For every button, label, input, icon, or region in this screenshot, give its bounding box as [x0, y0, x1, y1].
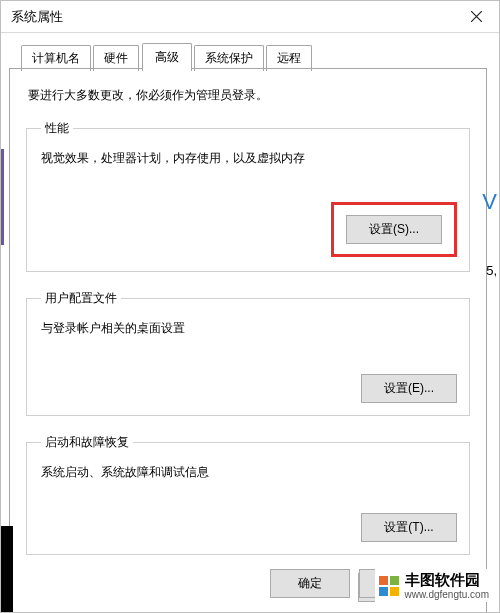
highlight-annotation: 设置(S)...	[331, 202, 457, 257]
group-startup-recovery-legend: 启动和故障恢复	[41, 434, 133, 451]
tab-hardware[interactable]: 硬件	[93, 45, 139, 71]
tab-computer-name[interactable]: 计算机名	[21, 45, 91, 71]
background-fragment: 5,	[486, 263, 497, 278]
watermark-url: www.dgfengtu.com	[405, 590, 490, 600]
performance-desc: 视觉效果，处理器计划，内存使用，以及虚拟内存	[41, 149, 457, 168]
user-profiles-desc: 与登录帐户相关的桌面设置	[41, 319, 457, 338]
watermark-name: 丰图软件园	[405, 571, 480, 588]
tab-strip: 计算机名 硬件 高级 系统保护 远程	[5, 43, 487, 69]
tab-advanced[interactable]: 高级	[142, 43, 192, 71]
group-performance-legend: 性能	[41, 120, 73, 137]
group-startup-recovery: 启动和故障恢复 系统启动、系统故障和调试信息 设置(T)...	[26, 434, 470, 554]
performance-settings-button[interactable]: 设置(S)...	[346, 215, 442, 244]
close-icon	[471, 11, 482, 22]
startup-recovery-settings-button[interactable]: 设置(T)...	[361, 513, 457, 542]
background-fragment	[1, 149, 4, 245]
tab-body-advanced: 要进行大多数更改，你必须作为管理员登录。 性能 视觉效果，处理器计划，内存使用，…	[9, 69, 487, 613]
close-button[interactable]	[454, 1, 499, 33]
ok-button[interactable]: 确定	[270, 569, 350, 598]
window-title: 系统属性	[11, 8, 63, 26]
tab-remote[interactable]: 远程	[266, 45, 312, 71]
tab-system-protection[interactable]: 系统保护	[194, 45, 264, 71]
dialog-content: 计算机名 硬件 高级 系统保护 远程 要进行大多数更改，你必须作为管理员登录。 …	[1, 33, 499, 613]
background-fragment	[1, 526, 13, 612]
group-performance: 性能 视觉效果，处理器计划，内存使用，以及虚拟内存 设置(S)...	[26, 120, 470, 272]
user-profiles-settings-button[interactable]: 设置(E)...	[361, 374, 457, 403]
startup-recovery-desc: 系统启动、系统故障和调试信息	[41, 463, 457, 482]
title-bar: 系统属性	[1, 1, 499, 33]
watermark: 丰图软件园 www.dgfengtu.com	[375, 569, 494, 602]
background-fragment: V	[482, 189, 497, 215]
group-user-profiles: 用户配置文件 与登录帐户相关的桌面设置 设置(E)...	[26, 290, 470, 416]
watermark-logo-icon	[379, 576, 399, 596]
group-user-profiles-legend: 用户配置文件	[41, 290, 121, 307]
admin-note: 要进行大多数更改，你必须作为管理员登录。	[28, 87, 470, 104]
